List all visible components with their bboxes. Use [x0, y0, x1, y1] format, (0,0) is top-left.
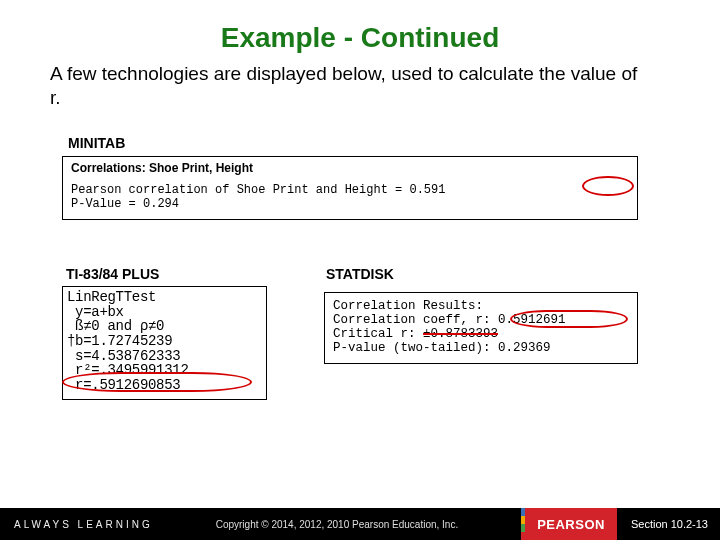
statdisk-l2a: Correlation coeff, [333, 313, 476, 327]
ti-label: TI-83/84 PLUS [66, 266, 159, 282]
statdisk-line4: P-value (two-tailed): 0.29369 [333, 341, 629, 355]
footer-bar: ALWAYS LEARNING Copyright © 2014, 2012, … [0, 508, 720, 540]
minitab-r-value: 0.591 [409, 183, 445, 197]
highlight-circle-ti [62, 372, 252, 392]
minitab-line1: Pearson correlation of Shoe Print and He… [71, 183, 629, 197]
statdisk-output-box: Correlation Results: Correlation coeff, … [324, 292, 638, 364]
statdisk-line3: Critical r: ±0.8783393 [333, 327, 629, 341]
minitab-line2: P-Value = 0.294 [71, 197, 629, 211]
always-learning-text: ALWAYS LEARNING [14, 519, 153, 530]
intro-span: A few technologies are displayed below, … [50, 63, 637, 108]
intro-text: A few technologies are displayed below, … [50, 62, 640, 110]
highlight-circle-minitab [582, 176, 634, 196]
statdisk-critical-r: ±0.8783393 [423, 327, 498, 341]
pearson-block: PEARSON [521, 508, 617, 540]
minitab-output-box: Correlations: Shoe Print, Height Pearson… [62, 156, 638, 220]
statdisk-l3a: Critical r: [333, 327, 423, 341]
highlight-circle-statdisk [510, 310, 628, 328]
slide: Example - Continued A few technologies a… [0, 0, 720, 540]
minitab-heading: Correlations: Shoe Print, Height [71, 161, 629, 175]
statdisk-label: STATDISK [326, 266, 394, 282]
pearson-logo-text: PEARSON [525, 508, 617, 540]
slide-title: Example - Continued [0, 22, 720, 54]
minitab-label: MINITAB [68, 135, 125, 151]
section-number: Section 10.2-13 [617, 518, 720, 530]
minitab-line1-pre: Pearson correlation of Shoe Print and He… [71, 183, 409, 197]
copyright-text: Copyright © 2014, 2012, 2010 Pearson Edu… [153, 519, 521, 530]
